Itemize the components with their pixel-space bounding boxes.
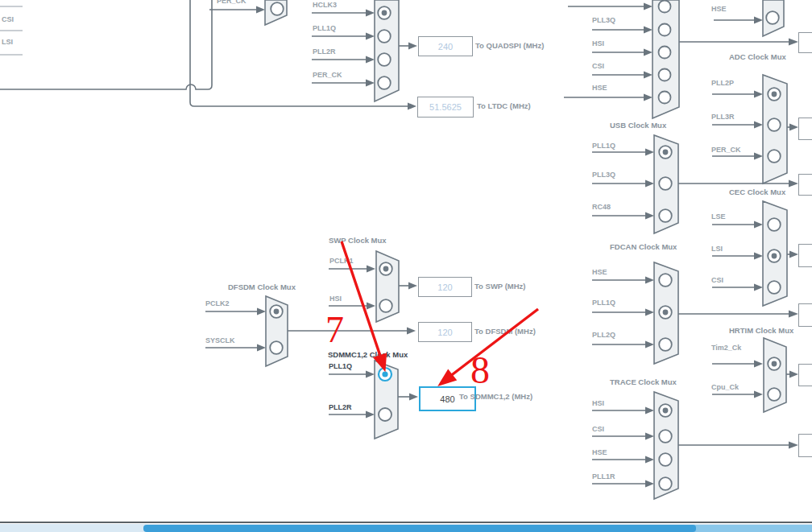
hrtim-radio-cpuck[interactable] (768, 388, 781, 401)
usb-input-label-rc48: RC48 (592, 203, 611, 211)
fdcan-radio-hse[interactable] (659, 274, 672, 287)
quadspi-radio-pll1q[interactable] (378, 30, 391, 43)
quadspi-radio-perck[interactable] (378, 76, 391, 89)
perck-top-label: PER_CK (217, 0, 246, 5)
trace-input-label-hsi: HSI (592, 399, 604, 407)
sdmmc-mux-title: SDMMC1,2 Clock Mux (328, 350, 408, 359)
trace-input-label-pll1r: PLL1R (592, 472, 615, 480)
arrowhead-ltdc (408, 103, 416, 110)
peripheral-input-label-pll3q: PLL3Q (592, 16, 615, 24)
annotation-number-8: 8 (470, 348, 490, 392)
trace-mux-title: TRACE Clock Mux (610, 377, 677, 386)
peripheral-input-label-hse: HSE (592, 84, 607, 92)
dfsdm-freq-value: 120 (437, 328, 452, 337)
perck-top-radio[interactable] (271, 2, 284, 15)
sdmmc-radio-pll1q-dot (382, 371, 387, 377)
sdmmc-freq-value: 480 (440, 394, 454, 404)
cec-input-label-lse: LSE (711, 212, 726, 221)
fdcan-input-label-pll1q: PLL1Q (592, 299, 615, 307)
sdmmc-input-label-pll1q: PLL1Q (329, 362, 352, 370)
clock-configuration-canvas: CSI LSI PER_CK HCLK3 PLL1Q PLL2R PER_CK … (0, 0, 812, 532)
quadspi-freq-input[interactable]: 240 (418, 36, 473, 56)
trace-input-label-hse: HSE (592, 448, 607, 456)
freq-box-partial-7[interactable] (798, 434, 812, 457)
usb-radio-rc48[interactable] (659, 209, 672, 222)
adc-radio-perck[interactable] (768, 150, 781, 163)
peripheral-radio-pll3q[interactable] (659, 24, 671, 36)
sdmmc-radio-pll2r[interactable] (379, 408, 392, 421)
swp-radio-hsi[interactable] (379, 299, 392, 312)
dfsdm-freq-input[interactable]: 120 (418, 322, 472, 342)
freq-box-partial-2[interactable] (798, 118, 812, 140)
fdcan-wires (592, 280, 789, 344)
adc-input-label-perck: PER_CK (711, 146, 741, 154)
usb-radio-pll3q[interactable] (659, 177, 672, 190)
hrtim-mux-title: HRTIM Clock Mux (729, 326, 793, 335)
swp-mux-title: SWP Clock Mux (329, 236, 387, 245)
clock-tree-wires (0, 0, 812, 532)
wire-crossover-left (0, 0, 212, 89)
swp-input-label-pclk1: PCLK1 (329, 257, 354, 265)
left-rail-label-lsi: LSI (2, 38, 13, 46)
quadspi-input-label-pll2r: PLL2R (313, 47, 336, 56)
routing-wires (0, 0, 408, 106)
horizontal-scrollbar-thumb[interactable] (143, 525, 696, 532)
cec-input-label-csi: CSI (711, 276, 723, 284)
freq-box-partial-1[interactable] (798, 32, 812, 53)
trace-radio-pll1r[interactable] (659, 477, 672, 490)
swp-output-label: To SWP (MHz) (474, 282, 526, 291)
sdmmc-output-label: To SDMMC1,2 (MHz) (459, 392, 532, 401)
usb-wires (592, 152, 789, 216)
left-rail-lines (0, 6, 23, 55)
cec-radio-csi[interactable] (768, 281, 781, 294)
statusbar-divider (0, 522, 812, 523)
freq-box-partial-3[interactable] (798, 174, 812, 196)
cec-radio-lse[interactable] (768, 218, 781, 231)
trace-radio-hse[interactable] (659, 453, 672, 466)
horizontal-scrollbar-thumb-light[interactable] (689, 525, 812, 532)
trace-input-label-csi: CSI (592, 425, 604, 433)
usb-input-label-pll1q: PLL1Q (592, 142, 615, 150)
left-rail-label-csi: CSI (2, 15, 14, 23)
swp-freq-value: 120 (437, 282, 452, 292)
quadspi-freq-value: 240 (438, 42, 453, 52)
cec-input-label-lsi: LSI (711, 245, 723, 253)
peripheral-radio-0[interactable] (659, 1, 671, 13)
adc-radio-pll3r[interactable] (768, 118, 781, 131)
quadspi-input-label-pll1q: PLL1Q (313, 24, 336, 32)
adc-top-input-label-hse: HSE (711, 5, 727, 13)
cec-mux-title: CEC Clock Mux (729, 188, 785, 196)
fdcan-radio-pll2q[interactable] (659, 338, 672, 351)
quadspi-input-label-hclk3: HCLK3 (313, 1, 337, 9)
hrtim-input-label-tim2ck: Tim2_Ck (711, 344, 741, 352)
dfsdm-radio-sysclk[interactable] (270, 341, 283, 354)
adc-top-radio-hse[interactable] (766, 11, 779, 24)
dfsdm-mux-title: DFSDM Clock Mux (228, 282, 296, 291)
quadspi-input-label-perck: PER_CK (313, 71, 342, 79)
trace-wires (592, 410, 789, 484)
ltdc-output-label: To LTDC (MHz) (477, 101, 531, 110)
peripheral-radio-hsi[interactable] (659, 47, 671, 59)
swp-input-label-hsi: HSI (329, 295, 342, 303)
annotation-number-7: 7 (325, 308, 344, 351)
freq-box-partial-5[interactable] (798, 303, 812, 327)
adc-mux-title: ADC Clock Mux (729, 52, 786, 61)
quadspi-radio-pll2r[interactable] (378, 53, 391, 66)
usb-mux-title: USB Clock Mux (610, 121, 666, 130)
swp-freq-input[interactable]: 120 (418, 277, 472, 297)
peripheral-radio-csi[interactable] (659, 69, 671, 81)
peripheral-radio-hse[interactable] (659, 92, 671, 104)
fdcan-input-label-hse: HSE (592, 268, 607, 276)
adc-input-label-pll2p: PLL2P (711, 79, 734, 87)
fdcan-mux-title: FDCAN Clock Mux (610, 242, 677, 251)
hrtim-input-label-cpuck: Cpu_Ck (711, 383, 739, 391)
ltdc-freq-input[interactable]: 51.5625 (417, 97, 474, 118)
freq-box-partial-4[interactable] (798, 244, 812, 267)
freq-box-partial-6[interactable] (798, 364, 812, 386)
trace-radio-csi[interactable] (659, 430, 672, 443)
usb-input-label-pll3q: PLL3Q (592, 171, 615, 179)
ltdc-freq-value: 51.5625 (429, 102, 462, 112)
adc-input-label-pll3r: PLL3R (711, 113, 735, 121)
quadspi-output-label: To QUADSPI (MHz) (475, 41, 544, 50)
peripheral-input-label-csi: CSI (592, 62, 604, 70)
